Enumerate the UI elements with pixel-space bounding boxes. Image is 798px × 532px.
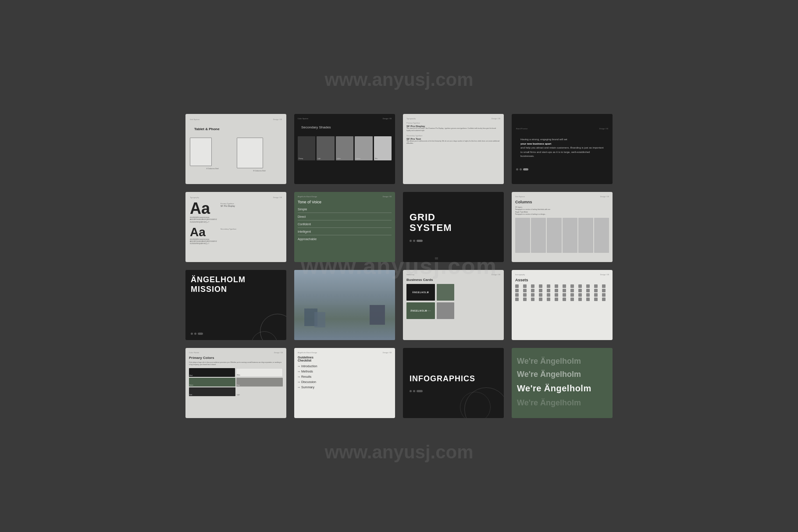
slide-6-item-approachable: Approachable — [298, 238, 392, 242]
slide-14-item-summary: ⇒ Summary — [298, 386, 392, 389]
icon-31 — [563, 293, 566, 297]
slide-11[interactable]: Stationery Design / 00 Business Cards ÄN… — [403, 270, 504, 340]
slide-5-primary-char: Aa — [190, 201, 217, 216]
icon-45 — [578, 298, 582, 301]
slide-3[interactable]: Typography Design / 00 Primary Typeface … — [403, 114, 504, 184]
slide-6-item-confident: Confident — [298, 223, 392, 228]
icon-1 — [515, 284, 519, 288]
icon-10 — [586, 284, 590, 288]
slide-15[interactable]: INFOGRAPHICS — [403, 348, 504, 418]
icon-25 — [515, 293, 519, 297]
icon-20 — [570, 289, 574, 292]
slide-13-category: Color Palette — [189, 351, 199, 354]
slide-9[interactable]: ÄNGELHOLMMISSION — [185, 270, 286, 340]
icon-23 — [594, 289, 598, 292]
slide-14-item-methods: ⇒ Methods — [298, 370, 392, 373]
slide-14-number: Design / 00 — [383, 351, 392, 354]
icon-48 — [602, 298, 606, 301]
slide-7-title: GRIDSYSTEM — [410, 212, 452, 233]
icon-19 — [563, 289, 566, 292]
slide-15-dot-2 — [413, 390, 415, 392]
slide-16[interactable]: We're Ängelholm We're Ängelholm We're Än… — [512, 348, 613, 418]
slide-16-title-bg: We're Ängelholm — [517, 357, 581, 366]
icon-40 — [539, 298, 542, 301]
slide-4-category: Brand Promise — [516, 128, 527, 130]
slide-8-desc: XX LayersParagraph is a section of writi… — [515, 206, 609, 216]
slide-5-secondary-info: abcdefghijklmnopqrstuvwxyzABCDEFGHIJKLMN… — [190, 238, 217, 245]
slide-3-primary-desc: The main font of our brand. San Francisc… — [406, 128, 500, 132]
slide-7-dot-1 — [410, 240, 412, 242]
slide-15-dot-3 — [417, 390, 423, 392]
icon-39 — [531, 298, 534, 301]
slide-6-number: Design / 00 — [383, 195, 392, 198]
slide-12-number: Design / 00 — [600, 273, 609, 276]
slide-6-item-simple: Simple — [298, 208, 392, 213]
icon-13 — [515, 289, 519, 292]
slide-4-content: Having a strong, engaging brand will set… — [516, 133, 608, 163]
slide-7-dot-2 — [413, 240, 415, 242]
slide-11-category: Stationery — [406, 273, 414, 276]
slide-2[interactable]: Color System Design / 00 Secondary Shade… — [294, 114, 395, 184]
slide-1[interactable]: Grid System Design / 00 Tablet & Phone 4… — [185, 114, 286, 184]
slide-11-title: Business Cards — [406, 278, 500, 282]
slide-3-secondary-label: Secondary Typeface — [406, 135, 500, 137]
slide-5-secondary-char: Aa — [190, 226, 217, 238]
slide-8-category: Grid System — [515, 195, 525, 198]
icon-35 — [594, 293, 598, 297]
icon-26 — [523, 293, 527, 297]
slide-1-col2-label: 8 Columns Grid — [237, 170, 282, 172]
slide-13[interactable]: Color Palette Design / 00 Primary Colors… — [185, 348, 286, 418]
slide-11-card-1: ÄNGELHOLM — [406, 284, 435, 301]
slide-6-category: Angelholm Brand Design — [298, 195, 317, 198]
slide-2-number: Design / 00 — [383, 117, 392, 120]
slide-1-col-label: 4 Columns Grid — [190, 167, 235, 170]
watermark-top: www.anyusj.com — [324, 69, 473, 90]
slide-8-title: Columns — [515, 200, 609, 204]
slide-1-category: Grid System — [190, 118, 200, 121]
slide-11-number: Design / 00 — [492, 273, 500, 276]
slide-9-dot-1 — [191, 333, 193, 335]
slide-7[interactable]: GRIDSYSTEM — [403, 192, 504, 262]
slide-5-category: Typography — [190, 196, 199, 199]
slide-4-dot-3 — [523, 168, 528, 170]
slide-13-title: Primary Colors — [189, 356, 283, 360]
slide-5[interactable]: Typography Design / 00 Aa abcdefghijklmn… — [185, 192, 286, 262]
icon-12 — [602, 284, 606, 288]
icon-17 — [547, 289, 550, 292]
slide-11-card-4 — [437, 302, 454, 319]
slide-14-category: Angelholm Brand Design — [298, 351, 317, 354]
slide-5-primary-info: abcdefghijklmnopqrstuvwxyzABCDEFGHIJKLMN… — [190, 216, 217, 223]
slide-12[interactable]: Iconography Design / 00 Assets — [512, 270, 613, 340]
slide-2-category: Color System — [298, 117, 308, 120]
slide-14[interactable]: Angelholm Brand Design Design / 00 Guide… — [294, 348, 395, 418]
slide-9-dot-2 — [194, 333, 196, 335]
icon-44 — [570, 298, 574, 301]
slide-16-title-mid: We're Ängelholm — [517, 370, 581, 379]
slide-1-title: Tablet & Phone — [190, 123, 282, 135]
slides-grid: Grid System Design / 00 Tablet & Phone 4… — [159, 88, 639, 444]
slide-5-primary-name: SF Pro Display — [221, 205, 282, 207]
icon-27 — [531, 293, 534, 297]
icon-18 — [555, 289, 558, 292]
slide-9-title: ÄNGELHOLMMISSION — [191, 275, 281, 294]
icon-24 — [602, 289, 606, 292]
slide-14-item-results: ⇒ Results — [298, 375, 392, 378]
slide-13-number: Design / 00 — [274, 351, 283, 354]
slide-6[interactable]: Angelholm Brand Design Design / 00 Tone … — [294, 192, 395, 262]
slide-3-category: Typography — [406, 117, 416, 120]
icon-28 — [539, 293, 542, 297]
icon-21 — [578, 289, 582, 292]
icon-42 — [555, 298, 558, 301]
slide-4-dot-1 — [516, 168, 518, 170]
slide-6-item-intelligent: Intelligent — [298, 230, 392, 235]
watermark-bottom: www.anyusj.com — [324, 442, 473, 463]
icon-32 — [570, 293, 574, 297]
slide-10[interactable] — [294, 270, 395, 340]
slide-7-dot-3 — [417, 240, 423, 242]
slide-4[interactable]: Brand Promise Design / 00 Having a stron… — [512, 114, 613, 184]
slide-14-item-introduction: ⇒ Introduction — [298, 365, 392, 368]
icon-7 — [563, 284, 566, 288]
slide-3-primary-label: Primary Typeface — [406, 122, 500, 124]
slide-14-item-discussion: ⇒ Discussion — [298, 380, 392, 383]
slide-8[interactable]: Grid System Design / 00 Columns XX Layer… — [512, 192, 613, 262]
